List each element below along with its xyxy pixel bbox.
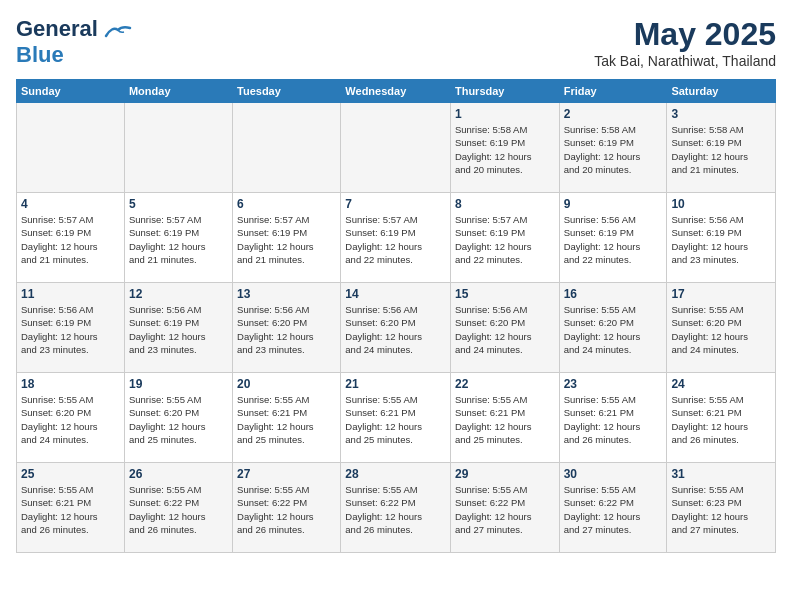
location-subtitle: Tak Bai, Narathiwat, Thailand (594, 53, 776, 69)
day-number: 23 (564, 377, 663, 391)
day-info: Sunrise: 5:57 AMSunset: 6:19 PMDaylight:… (21, 213, 120, 266)
day-number: 30 (564, 467, 663, 481)
day-number: 6 (237, 197, 336, 211)
dow-header-saturday: Saturday (667, 80, 776, 103)
logo-text-general: General (16, 16, 98, 41)
calendar-cell: 14Sunrise: 5:56 AMSunset: 6:20 PMDayligh… (341, 283, 451, 373)
day-info: Sunrise: 5:55 AMSunset: 6:22 PMDaylight:… (345, 483, 446, 536)
day-number: 31 (671, 467, 771, 481)
day-info: Sunrise: 5:55 AMSunset: 6:20 PMDaylight:… (21, 393, 120, 446)
calendar-cell: 17Sunrise: 5:55 AMSunset: 6:20 PMDayligh… (667, 283, 776, 373)
calendar-cell (233, 103, 341, 193)
calendar-cell: 15Sunrise: 5:56 AMSunset: 6:20 PMDayligh… (450, 283, 559, 373)
day-number: 17 (671, 287, 771, 301)
day-number: 2 (564, 107, 663, 121)
calendar-cell: 9Sunrise: 5:56 AMSunset: 6:19 PMDaylight… (559, 193, 667, 283)
day-info: Sunrise: 5:57 AMSunset: 6:19 PMDaylight:… (237, 213, 336, 266)
calendar-cell: 4Sunrise: 5:57 AMSunset: 6:19 PMDaylight… (17, 193, 125, 283)
day-number: 4 (21, 197, 120, 211)
dow-header-sunday: Sunday (17, 80, 125, 103)
day-number: 5 (129, 197, 228, 211)
day-number: 16 (564, 287, 663, 301)
day-number: 28 (345, 467, 446, 481)
day-number: 3 (671, 107, 771, 121)
day-number: 15 (455, 287, 555, 301)
day-number: 27 (237, 467, 336, 481)
calendar-cell: 23Sunrise: 5:55 AMSunset: 6:21 PMDayligh… (559, 373, 667, 463)
dow-header-friday: Friday (559, 80, 667, 103)
day-number: 7 (345, 197, 446, 211)
day-info: Sunrise: 5:56 AMSunset: 6:20 PMDaylight:… (345, 303, 446, 356)
day-info: Sunrise: 5:55 AMSunset: 6:21 PMDaylight:… (455, 393, 555, 446)
day-info: Sunrise: 5:55 AMSunset: 6:20 PMDaylight:… (129, 393, 228, 446)
calendar-cell: 10Sunrise: 5:56 AMSunset: 6:19 PMDayligh… (667, 193, 776, 283)
day-number: 29 (455, 467, 555, 481)
calendar-cell: 3Sunrise: 5:58 AMSunset: 6:19 PMDaylight… (667, 103, 776, 193)
day-info: Sunrise: 5:55 AMSunset: 6:22 PMDaylight:… (564, 483, 663, 536)
dow-header-thursday: Thursday (450, 80, 559, 103)
day-info: Sunrise: 5:56 AMSunset: 6:19 PMDaylight:… (129, 303, 228, 356)
calendar-cell: 29Sunrise: 5:55 AMSunset: 6:22 PMDayligh… (450, 463, 559, 553)
day-number: 10 (671, 197, 771, 211)
day-info: Sunrise: 5:55 AMSunset: 6:23 PMDaylight:… (671, 483, 771, 536)
title-block: May 2025 Tak Bai, Narathiwat, Thailand (594, 16, 776, 69)
calendar-cell: 2Sunrise: 5:58 AMSunset: 6:19 PMDaylight… (559, 103, 667, 193)
day-info: Sunrise: 5:56 AMSunset: 6:19 PMDaylight:… (671, 213, 771, 266)
calendar-cell: 26Sunrise: 5:55 AMSunset: 6:22 PMDayligh… (124, 463, 232, 553)
day-info: Sunrise: 5:55 AMSunset: 6:22 PMDaylight:… (455, 483, 555, 536)
calendar-cell: 27Sunrise: 5:55 AMSunset: 6:22 PMDayligh… (233, 463, 341, 553)
calendar-cell: 1Sunrise: 5:58 AMSunset: 6:19 PMDaylight… (450, 103, 559, 193)
logo: General Blue (16, 16, 132, 68)
calendar-cell (341, 103, 451, 193)
day-number: 13 (237, 287, 336, 301)
day-number: 9 (564, 197, 663, 211)
day-info: Sunrise: 5:55 AMSunset: 6:21 PMDaylight:… (345, 393, 446, 446)
calendar-cell: 21Sunrise: 5:55 AMSunset: 6:21 PMDayligh… (341, 373, 451, 463)
day-info: Sunrise: 5:58 AMSunset: 6:19 PMDaylight:… (455, 123, 555, 176)
day-number: 8 (455, 197, 555, 211)
day-number: 24 (671, 377, 771, 391)
calendar-cell: 20Sunrise: 5:55 AMSunset: 6:21 PMDayligh… (233, 373, 341, 463)
day-number: 26 (129, 467, 228, 481)
dow-header-tuesday: Tuesday (233, 80, 341, 103)
day-info: Sunrise: 5:55 AMSunset: 6:20 PMDaylight:… (564, 303, 663, 356)
day-number: 12 (129, 287, 228, 301)
calendar-cell: 31Sunrise: 5:55 AMSunset: 6:23 PMDayligh… (667, 463, 776, 553)
month-year-title: May 2025 (594, 16, 776, 53)
day-info: Sunrise: 5:57 AMSunset: 6:19 PMDaylight:… (455, 213, 555, 266)
calendar-cell: 18Sunrise: 5:55 AMSunset: 6:20 PMDayligh… (17, 373, 125, 463)
day-info: Sunrise: 5:55 AMSunset: 6:20 PMDaylight:… (671, 303, 771, 356)
day-info: Sunrise: 5:55 AMSunset: 6:21 PMDaylight:… (237, 393, 336, 446)
day-info: Sunrise: 5:55 AMSunset: 6:21 PMDaylight:… (564, 393, 663, 446)
calendar-cell: 24Sunrise: 5:55 AMSunset: 6:21 PMDayligh… (667, 373, 776, 463)
calendar-cell: 12Sunrise: 5:56 AMSunset: 6:19 PMDayligh… (124, 283, 232, 373)
calendar-cell: 11Sunrise: 5:56 AMSunset: 6:19 PMDayligh… (17, 283, 125, 373)
day-info: Sunrise: 5:55 AMSunset: 6:21 PMDaylight:… (21, 483, 120, 536)
day-number: 22 (455, 377, 555, 391)
calendar-cell: 22Sunrise: 5:55 AMSunset: 6:21 PMDayligh… (450, 373, 559, 463)
dow-header-wednesday: Wednesday (341, 80, 451, 103)
calendar-cell (17, 103, 125, 193)
page-header: General Blue May 2025 Tak Bai, Narathiwa… (16, 16, 776, 69)
day-info: Sunrise: 5:56 AMSunset: 6:19 PMDaylight:… (564, 213, 663, 266)
calendar-cell: 30Sunrise: 5:55 AMSunset: 6:22 PMDayligh… (559, 463, 667, 553)
calendar-cell: 28Sunrise: 5:55 AMSunset: 6:22 PMDayligh… (341, 463, 451, 553)
day-number: 14 (345, 287, 446, 301)
calendar-cell (124, 103, 232, 193)
day-info: Sunrise: 5:57 AMSunset: 6:19 PMDaylight:… (129, 213, 228, 266)
day-number: 18 (21, 377, 120, 391)
day-info: Sunrise: 5:55 AMSunset: 6:21 PMDaylight:… (671, 393, 771, 446)
calendar-table: SundayMondayTuesdayWednesdayThursdayFrid… (16, 79, 776, 553)
day-number: 11 (21, 287, 120, 301)
day-info: Sunrise: 5:57 AMSunset: 6:19 PMDaylight:… (345, 213, 446, 266)
day-number: 25 (21, 467, 120, 481)
day-info: Sunrise: 5:58 AMSunset: 6:19 PMDaylight:… (564, 123, 663, 176)
day-info: Sunrise: 5:55 AMSunset: 6:22 PMDaylight:… (129, 483, 228, 536)
calendar-cell: 7Sunrise: 5:57 AMSunset: 6:19 PMDaylight… (341, 193, 451, 283)
calendar-cell: 13Sunrise: 5:56 AMSunset: 6:20 PMDayligh… (233, 283, 341, 373)
calendar-cell: 5Sunrise: 5:57 AMSunset: 6:19 PMDaylight… (124, 193, 232, 283)
calendar-cell: 8Sunrise: 5:57 AMSunset: 6:19 PMDaylight… (450, 193, 559, 283)
day-info: Sunrise: 5:56 AMSunset: 6:20 PMDaylight:… (237, 303, 336, 356)
calendar-cell: 6Sunrise: 5:57 AMSunset: 6:19 PMDaylight… (233, 193, 341, 283)
logo-text-blue: Blue (16, 42, 64, 67)
